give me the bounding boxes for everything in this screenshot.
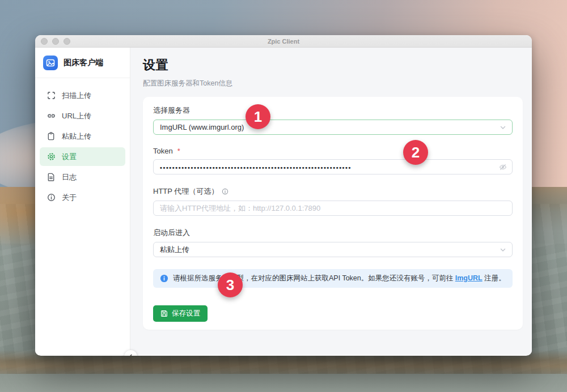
sidebar-item-label: 粘贴上传 xyxy=(62,131,91,142)
sidebar-item-label: 日志 xyxy=(62,172,77,182)
chevron-down-icon xyxy=(500,246,506,253)
annotation-step-2: 2 xyxy=(403,140,428,165)
startup-select[interactable]: 粘贴上传 xyxy=(153,242,513,257)
imgurl-register-link[interactable]: ImgURL xyxy=(455,274,483,282)
startup-field: 启动后进入 粘贴上传 xyxy=(153,228,513,257)
info-circle-icon xyxy=(46,193,56,202)
sidebar-item-logs[interactable]: 日志 xyxy=(40,168,125,186)
sidebar: 图床客户端 扫描上传 URL上传 xyxy=(35,48,130,355)
help-info-icon[interactable] xyxy=(222,188,229,195)
sidebar-item-label: URL上传 xyxy=(62,111,91,121)
required-asterisk: * xyxy=(177,147,180,155)
page-title: 设置 xyxy=(143,57,523,74)
page-subtitle: 配置图床服务器和Token信息 xyxy=(143,79,523,88)
window-title: Zpic Client xyxy=(35,38,532,45)
sidebar-item-label: 设置 xyxy=(62,152,77,162)
log-icon xyxy=(46,173,56,182)
annotation-step-3: 3 xyxy=(218,272,243,297)
startup-select-value: 粘贴上传 xyxy=(160,245,189,255)
sidebar-item-url-upload[interactable]: URL上传 xyxy=(40,106,125,125)
sidebar-item-paste-upload[interactable]: 粘贴上传 xyxy=(40,127,125,146)
info-filled-icon xyxy=(160,274,168,283)
sidebar-item-settings[interactable]: 设置 xyxy=(40,147,125,166)
sidebar-item-scan-upload[interactable]: 扫描上传 xyxy=(40,86,125,105)
token-input[interactable]: ••••••••••••••••••••••••••••••••••••••••… xyxy=(153,159,513,174)
sidebar-item-label: 关于 xyxy=(62,193,77,203)
link-icon xyxy=(46,112,56,121)
sidebar-menu: 扫描上传 URL上传 粘贴上传 xyxy=(35,78,130,215)
token-label: Token* xyxy=(153,147,513,155)
token-masked-value: ••••••••••••••••••••••••••••••••••••••••… xyxy=(160,164,398,171)
chevron-down-icon xyxy=(500,124,506,131)
app-window: Zpic Client 图床客户端 xyxy=(35,35,532,356)
clipboard-icon xyxy=(46,132,56,141)
sidebar-item-about[interactable]: 关于 xyxy=(40,188,125,207)
scan-icon xyxy=(46,91,56,100)
token-field: Token* •••••••••••••••••••••••••••••••••… xyxy=(153,147,513,174)
startup-label: 启动后进入 xyxy=(153,228,513,238)
server-label: 选择服务器 xyxy=(153,105,513,116)
server-select-value: ImgURL (www.imgurl.org) xyxy=(160,123,244,131)
annotation-step-1: 1 xyxy=(246,104,270,129)
proxy-label: HTTP 代理（可选） xyxy=(153,186,513,197)
app-logo-icon xyxy=(43,56,58,70)
app-header: 图床客户端 xyxy=(35,48,130,78)
save-icon xyxy=(160,310,168,317)
proxy-input[interactable]: 请输入HTTP代理地址，如：http://127.0.0.1:7890 xyxy=(153,201,513,216)
server-field: 选择服务器 ImgURL (www.imgurl.org) xyxy=(153,105,513,135)
settings-panel: 设置 配置图床服务器和Token信息 选择服务器 ImgURL (www.img… xyxy=(130,48,532,355)
settings-card: 选择服务器 ImgURL (www.imgurl.org) Token* • xyxy=(143,97,523,330)
eye-off-icon[interactable] xyxy=(499,163,507,171)
save-settings-button[interactable]: 保存设置 xyxy=(153,305,208,322)
proxy-placeholder: 请输入HTTP代理地址，如：http://127.0.0.1:7890 xyxy=(160,203,320,214)
app-name: 图床客户端 xyxy=(64,58,103,68)
server-select[interactable]: ImgURL (www.imgurl.org) xyxy=(153,120,513,135)
proxy-field: HTTP 代理（可选） 请输入HTTP代理地址，如：http://127.0.0… xyxy=(153,186,513,216)
title-bar: Zpic Client xyxy=(35,35,532,48)
save-button-label: 保存设置 xyxy=(172,309,200,318)
wallpaper-rock-bottom xyxy=(0,374,567,392)
sidebar-item-label: 扫描上传 xyxy=(62,91,91,101)
gear-icon xyxy=(46,152,56,161)
api-token-info-box: 请根据所选服务器类型，在对应的图床网站上获取API Token。如果您还没有账号… xyxy=(153,269,513,288)
